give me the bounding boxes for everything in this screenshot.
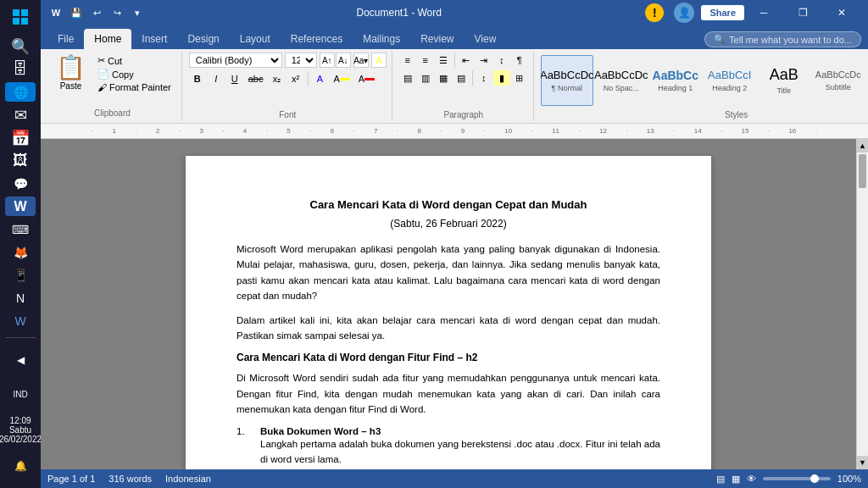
word-icon[interactable]: W <box>5 197 36 216</box>
title-bar-icons: W 💾 ↩ ↪ ▾ <box>47 4 146 21</box>
change-case-button[interactable]: Aa▾ <box>353 53 369 68</box>
ime-icon[interactable]: IND <box>5 379 36 409</box>
web-layout-icon[interactable]: 👁 <box>747 474 756 484</box>
tab-layout[interactable]: Layout <box>230 29 281 49</box>
justify-button[interactable]: ▤ <box>453 70 470 86</box>
sort-button[interactable]: ↕ <box>493 53 510 68</box>
style-subtitle[interactable]: AaBbCcDc Subtitle <box>812 55 865 106</box>
font-size-select[interactable]: 12 <box>285 53 317 68</box>
whatsapp-icon[interactable]: 📱 <box>5 265 36 285</box>
subscript-button[interactable]: x₂ <box>269 70 286 87</box>
photos-icon[interactable]: 🖼 <box>5 151 36 170</box>
vscode-icon[interactable]: ⌨ <box>5 219 36 239</box>
paste-button[interactable]: 📋 Paste <box>49 53 92 119</box>
bullets-button[interactable]: ≡ <box>399 53 416 68</box>
document-title: Cara Mencari Kata di Word dengan Cepat d… <box>236 198 660 211</box>
mail-icon[interactable]: ✉ <box>5 105 36 125</box>
scrollbar[interactable]: ▲ ▼ <box>856 139 868 469</box>
cut-button[interactable]: ✂Cut <box>94 54 175 67</box>
edge-icon[interactable]: 🌐 <box>5 82 36 102</box>
superscript-button[interactable]: x² <box>287 70 304 87</box>
increase-indent-button[interactable]: ⇥ <box>476 53 492 68</box>
line-spacing-button[interactable]: ↕ <box>476 70 492 86</box>
text-highlight-button[interactable]: A <box>331 70 353 87</box>
search-taskbar-icon[interactable]: 🔍 <box>5 36 36 56</box>
content-area: Cara Mencari Kata di Word dengan Cepat d… <box>41 139 868 469</box>
notion-icon[interactable]: N <box>5 288 36 308</box>
font-name-select[interactable]: Calibri (Body) <box>189 53 282 68</box>
align-left-button[interactable]: ▤ <box>399 70 416 86</box>
multilevel-button[interactable]: ☰ <box>435 53 452 68</box>
underline-button[interactable]: U <box>226 70 243 87</box>
style-no-spacing[interactable]: AaBbCcDc No Spac... <box>595 55 648 106</box>
print-layout-icon[interactable]: ▦ <box>732 474 740 485</box>
copy-button[interactable]: 📄Copy <box>94 68 175 80</box>
style-heading1[interactable]: AaBbCc Heading 1 <box>649 55 702 106</box>
align-right-button[interactable]: ▦ <box>435 70 452 86</box>
share-button[interactable]: Share <box>701 5 744 20</box>
tab-home[interactable]: Home <box>84 29 131 49</box>
paragraph-2: Dalam artikel kali ini, kita akan belaja… <box>236 313 660 344</box>
decrease-indent-button[interactable]: ⇤ <box>458 53 475 68</box>
taskview-icon[interactable]: 🗄 <box>5 59 36 79</box>
italic-button[interactable]: I <box>208 70 225 87</box>
style-normal-preview: AaBbCcDc <box>541 69 594 82</box>
read-mode-icon[interactable]: ▤ <box>716 474 725 485</box>
document-subtitle: (Sabtu, 26 Februari 2022) <box>236 218 660 230</box>
style-heading2[interactable]: AaBbCcI Heading 2 <box>704 55 756 106</box>
clock-display[interactable]: 12:09 Sabtu 26/02/2022 <box>0 413 42 447</box>
zoom-slider[interactable] <box>763 477 831 480</box>
tab-review[interactable]: Review <box>410 29 464 49</box>
increase-font-button[interactable]: A↑ <box>320 53 335 68</box>
scroll-down-button[interactable]: ▼ <box>857 456 868 469</box>
search-placeholder: Tell me what you want to do... <box>729 35 852 45</box>
redo-icon[interactable]: ↪ <box>108 4 125 21</box>
ribbon-search[interactable]: 🔍 Tell me what you want to do... <box>704 31 861 47</box>
paragraph-row1: ≡ ≡ ☰ ⇤ ⇥ ↕ ¶ <box>399 53 528 68</box>
word2-icon[interactable]: W <box>5 311 36 330</box>
user-avatar[interactable]: 👤 <box>674 3 694 23</box>
scroll-thumb[interactable] <box>859 154 866 188</box>
svg-rect-0 <box>13 9 19 16</box>
numbering-button[interactable]: ≡ <box>417 53 434 68</box>
style-title[interactable]: AaB Title <box>758 55 810 106</box>
decrease-font-button[interactable]: A↓ <box>336 53 351 68</box>
show-marks-button[interactable]: ¶ <box>511 53 528 68</box>
undo-icon[interactable]: ↩ <box>88 4 105 21</box>
close-button[interactable]: ✕ <box>822 0 861 25</box>
bold-button[interactable]: B <box>189 70 206 87</box>
tab-file[interactable]: File <box>47 29 84 49</box>
format-painter-button[interactable]: 🖌Format Painter <box>94 81 175 93</box>
page: Cara Mencari Kata di Word dengan Cepat d… <box>186 156 711 469</box>
firefox-icon[interactable]: 🦊 <box>5 242 36 262</box>
warning-icon: ! <box>645 3 664 22</box>
borders-button[interactable]: ⊞ <box>511 70 528 86</box>
clock-day: Sabtu <box>0 425 42 435</box>
highlight-button[interactable]: A <box>371 53 387 68</box>
minimize-button[interactable]: ─ <box>744 0 783 25</box>
strikethrough-button[interactable]: abc <box>245 70 267 87</box>
tab-mailings[interactable]: Mailings <box>353 29 410 49</box>
tab-design[interactable]: Design <box>177 29 229 49</box>
teams-icon[interactable]: 💬 <box>5 174 36 193</box>
tab-references[interactable]: References <box>281 29 353 49</box>
font-color-button[interactable]: A <box>355 70 378 87</box>
windows-start-icon[interactable] <box>5 7 36 26</box>
paragraph-row2: ▤ ▥ ▦ ▤ ↕ ▮ ⊞ <box>399 70 528 86</box>
align-center-button[interactable]: ▥ <box>417 70 434 86</box>
tab-insert[interactable]: Insert <box>131 29 177 49</box>
maximize-button[interactable]: ❐ <box>783 0 822 25</box>
clipboard-label: Clipboard <box>94 107 175 118</box>
calendar-icon[interactable]: 📅 <box>5 128 36 147</box>
scroll-up-button[interactable]: ▲ <box>857 139 868 152</box>
notification-icon[interactable]: 🔔 <box>5 451 36 481</box>
arrow-left-icon[interactable]: ◀ <box>5 345 36 375</box>
style-nospace-preview: AaBbCcDc <box>594 69 648 82</box>
text-effects-button[interactable]: A <box>312 70 329 87</box>
font-group: Calibri (Body) 12 A↑ A↓ Aa▾ A B I U <box>184 51 392 121</box>
tab-view[interactable]: View <box>465 29 507 49</box>
save-icon[interactable]: 💾 <box>68 4 85 21</box>
style-normal[interactable]: AaBbCcDc ¶ Normal <box>541 55 593 106</box>
customize-icon[interactable]: ▾ <box>129 4 146 21</box>
shading-button[interactable]: ▮ <box>493 70 510 86</box>
